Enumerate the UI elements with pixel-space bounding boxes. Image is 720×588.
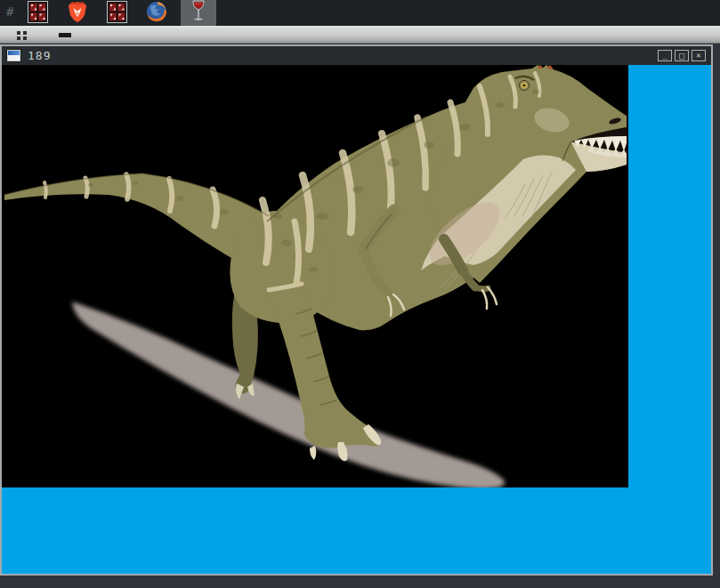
taskbar-app-red-grid-2[interactable] <box>105 2 128 25</box>
window-content <box>2 65 711 574</box>
dinosaur-illustration <box>2 65 628 487</box>
taskbar-app-brave[interactable] <box>66 2 89 25</box>
red-grid-icon <box>28 1 48 27</box>
dash-icon[interactable] <box>59 33 71 37</box>
firefox-icon <box>146 1 167 26</box>
window-titlebar[interactable]: 189 _ □ ✕ <box>2 46 711 65</box>
wine-glass-icon <box>190 0 206 26</box>
maximize-button[interactable]: □ <box>675 50 689 61</box>
taskbar-app-firefox[interactable] <box>145 2 168 25</box>
pager-bar <box>0 26 720 44</box>
window-title: 189 <box>28 49 51 62</box>
window-icon <box>7 50 20 61</box>
pager-grid-icon[interactable] <box>17 31 28 40</box>
workspace-indicator: # <box>6 4 13 19</box>
minimize-button[interactable]: _ <box>658 50 672 61</box>
close-button[interactable]: ✕ <box>692 50 706 61</box>
red-grid-icon <box>107 1 127 27</box>
window-controls: _ □ ✕ <box>658 50 711 61</box>
app-window: 189 _ □ ✕ <box>0 44 713 576</box>
brave-icon <box>67 1 88 27</box>
taskbar: # <box>0 0 720 26</box>
image-canvas <box>2 65 628 487</box>
taskbar-app-wine[interactable] <box>181 0 216 26</box>
desktop: # <box>0 0 720 588</box>
taskbar-app-red-grid-1[interactable] <box>26 2 49 25</box>
